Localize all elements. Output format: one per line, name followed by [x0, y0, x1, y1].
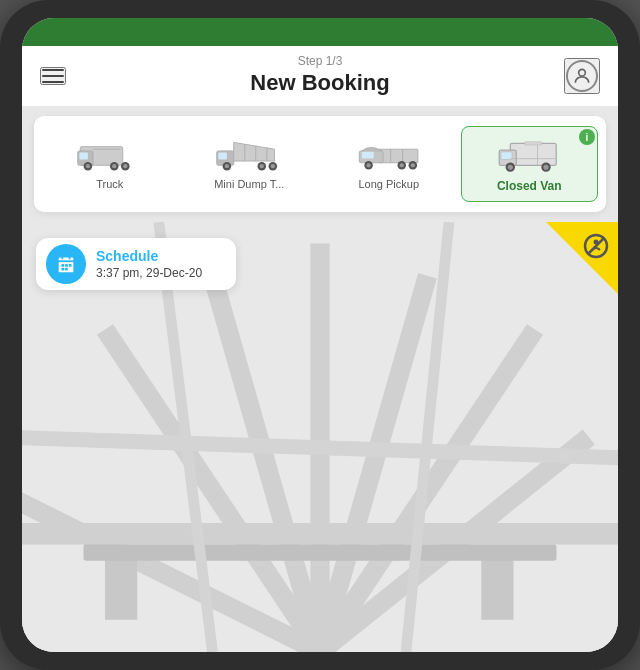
svg-rect-67 [61, 268, 64, 271]
svg-point-9 [123, 164, 127, 168]
vehicle-label-long-pickup: Long Pickup [358, 178, 419, 190]
vehicle-item-mini-dump[interactable]: Mini Dump T... [182, 126, 318, 202]
vehicle-item-truck[interactable]: Truck [42, 126, 178, 202]
profile-button[interactable] [564, 58, 600, 94]
corner-badge-icon [582, 232, 610, 265]
schedule-label: Schedule [96, 248, 220, 264]
svg-point-22 [271, 164, 275, 168]
svg-point-18 [225, 164, 229, 168]
svg-point-41 [508, 165, 513, 170]
svg-rect-25 [362, 152, 374, 159]
truck-icon [75, 132, 145, 174]
schedule-time: 3:37 pm, 29-Dec-20 [96, 266, 220, 280]
svg-rect-52 [22, 523, 618, 545]
svg-rect-23 [379, 149, 418, 163]
phone-screen: Step 1/3 New Booking [22, 18, 618, 652]
svg-point-31 [399, 163, 403, 167]
mini-dump-icon [214, 132, 284, 174]
svg-rect-66 [69, 264, 72, 267]
svg-point-29 [366, 163, 370, 167]
svg-point-71 [594, 240, 599, 245]
schedule-card[interactable]: Schedule 3:37 pm, 29-Dec-20 [36, 238, 236, 290]
closed-van-icon [494, 133, 564, 175]
hamburger-icon [42, 81, 64, 83]
svg-marker-13 [234, 142, 275, 161]
svg-point-43 [544, 165, 549, 170]
svg-point-5 [86, 164, 90, 168]
svg-point-33 [410, 163, 414, 167]
menu-button[interactable] [40, 67, 66, 85]
status-bar [22, 18, 618, 46]
svg-rect-39 [525, 142, 542, 145]
vehicle-label-mini-dump: Mini Dump T... [214, 178, 284, 190]
svg-point-0 [579, 69, 586, 76]
long-pickup-icon [354, 132, 424, 174]
svg-rect-53 [105, 555, 137, 620]
info-badge: i [579, 129, 595, 145]
phone-frame: Step 1/3 New Booking [0, 0, 640, 670]
corner-badge[interactable] [546, 222, 618, 294]
page-title: New Booking [250, 70, 389, 96]
vehicle-item-closed-van[interactable]: i [461, 126, 599, 202]
svg-rect-3 [79, 153, 88, 160]
vehicle-selector: Truck [34, 116, 606, 212]
vehicle-item-long-pickup[interactable]: Long Pickup [321, 126, 457, 202]
vehicle-label-closed-van: Closed Van [497, 179, 562, 193]
calendar-icon [46, 244, 86, 284]
svg-point-20 [260, 164, 264, 168]
svg-rect-65 [65, 264, 68, 267]
svg-rect-12 [219, 153, 228, 160]
map-area: Schedule 3:37 pm, 29-Dec-20 [22, 222, 618, 652]
svg-rect-34 [511, 143, 557, 165]
svg-rect-61 [58, 260, 75, 262]
hamburger-icon [42, 75, 64, 77]
svg-rect-68 [65, 268, 68, 271]
svg-rect-64 [61, 264, 64, 267]
step-label: Step 1/3 [298, 54, 343, 68]
profile-icon [566, 60, 598, 92]
header: Step 1/3 New Booking [22, 46, 618, 106]
svg-rect-54 [481, 555, 513, 620]
svg-point-7 [112, 164, 116, 168]
svg-rect-55 [84, 545, 557, 561]
hamburger-icon [42, 69, 64, 71]
vehicle-label-truck: Truck [96, 178, 123, 190]
